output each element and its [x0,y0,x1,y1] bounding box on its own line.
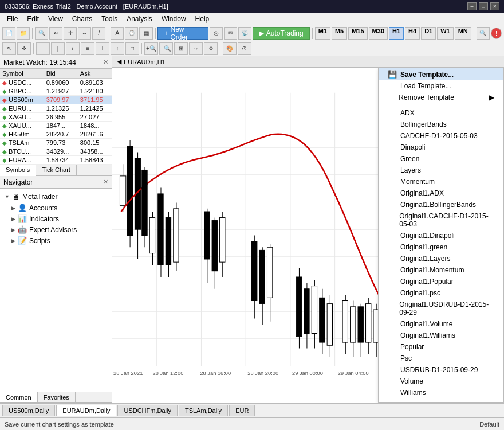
template-item[interactable]: Original1.Popular [379,276,503,287]
navigator-close[interactable]: ✕ [103,178,108,186]
template-item[interactable]: CADCHF-D1-2015-05-03 [379,130,503,142]
template-item[interactable]: USDRUB-D1-2015-09-29 [379,364,503,376]
minimize-button[interactable]: – [467,2,477,10]
load-template-item[interactable]: Load Template... [379,80,503,92]
tf-h4[interactable]: H4 [405,27,420,40]
nav-indicators[interactable]: ▶ 📊 Indicators [0,213,112,224]
new-chart-btn[interactable]: 📄 [2,27,15,40]
cursor-btn[interactable]: ↖ [2,42,16,55]
maximize-button[interactable]: □ [479,2,488,10]
scroll2-btn[interactable]: ↔ [189,42,203,55]
template-item[interactable]: Volume [379,376,503,387]
chart-canvas[interactable]: 28 Jan 2021 28 Jan 12:00 28 Jan 16:00 28… [112,68,504,403]
template-item[interactable]: Original1.CADCHF-D1-2015-05-03 [379,210,503,230]
crosshair-btn[interactable]: ✛ [64,27,77,40]
tf-mn[interactable]: MN [455,27,471,40]
color-btn[interactable]: 🎨 [223,42,237,55]
signals-btn[interactable]: 📡 [238,27,251,40]
fib-btn[interactable]: ≡ [81,42,94,55]
template-item[interactable]: Original1.Volume [379,318,503,330]
tf-m1[interactable]: M1 [315,27,330,40]
history-btn[interactable]: ◎ [210,27,223,40]
menu-tools[interactable]: Tools [97,14,122,24]
template-item[interactable]: Original1.Williams [379,330,503,341]
menu-charts[interactable]: Charts [68,14,97,24]
template-item[interactable]: BollingerBands [379,119,503,130]
tab-eur[interactable]: EUR [229,405,255,416]
template-item[interactable]: Williams [379,387,503,398]
market-watch-row[interactable]: ◆ GBPC... 1.21927 1.22180 [0,87,112,96]
tf-m5[interactable]: M5 [332,27,347,40]
template-item[interactable]: Original1.Dinapoli [379,230,503,241]
open-btn[interactable]: 📁 [17,27,30,40]
tf-d1[interactable]: D1 [421,27,436,40]
fit-btn[interactable]: ⊞ [174,42,188,55]
line-btn[interactable]: / [92,27,105,40]
tab-euraud-daily[interactable]: EURAUDm,Daily [56,405,116,416]
template-item[interactable]: Layers [379,165,503,176]
clock-btn[interactable]: ⏱ [238,42,251,55]
nav-metatrader[interactable]: ▼ 🖥 MetaTrader [0,191,112,202]
menu-view[interactable]: View [44,14,68,24]
market-watch-row[interactable]: ◆ TSLAm 799.73 800.15 [0,139,112,147]
template-item[interactable]: Original1.ADX [379,187,503,199]
menu-window[interactable]: Window [157,14,191,24]
zoom-in-btn[interactable]: 🔍 [35,27,48,40]
tab-us500m-daily[interactable]: US500m,Daily [2,405,55,416]
autotrading-button[interactable]: ▶ AutoTrading [253,27,310,40]
remove-template-item[interactable]: Remove Template ▶ [379,92,503,103]
tf-w1[interactable]: W1 [437,27,454,40]
template-item[interactable]: Original1.green [379,241,503,253]
mail-btn[interactable]: ✉ [224,27,237,40]
mw-tab-symbols[interactable]: Symbols [0,165,36,176]
market-watch-row[interactable]: ◆ USDC... 0.89060 0.89103 [0,79,112,87]
save-template-item[interactable]: 💾 Save Template... [379,68,503,80]
hline-btn[interactable]: — [36,42,50,55]
tpl-btn[interactable]: ▦ [139,27,152,40]
mw-tab-tickchart[interactable]: Tick Chart [36,165,77,175]
template-item[interactable]: Dinapoli [379,142,503,153]
rect-btn[interactable]: □ [125,42,139,55]
market-watch-row[interactable]: ◆ XAGU... 26.955 27.027 [0,113,112,122]
template-item[interactable]: Green [379,153,503,165]
nav-expert-advisors[interactable]: ▶ 🤖 Expert Advisors [0,224,112,235]
text-btn[interactable]: T [96,42,109,55]
menu-edit[interactable]: Edit [22,14,44,24]
menu-file[interactable]: File [2,14,22,24]
market-watch-row[interactable]: ◆ HK50m 28220.7 28261.6 [0,130,112,139]
nav-accounts[interactable]: ▶ 👤 Accounts [0,202,112,213]
market-watch-row[interactable]: ◆ BTCU... 34329... 34358... [0,147,112,156]
zoom-in2-btn[interactable]: +🔍 [144,42,158,55]
template-item[interactable]: Original1.Momentum [379,264,503,276]
template-item[interactable]: Original1.Layers [379,253,503,264]
tf-h1[interactable]: H1 [389,27,404,40]
nav-scripts[interactable]: ▶ 📝 Scripts [0,235,112,246]
tab-usdchf-daily[interactable]: USDCHFm,Daily [117,405,178,416]
zoom-out2-btn[interactable]: -🔍 [159,42,173,55]
template-item[interactable]: Original1.USDRUB-D1-2015-09-29 [379,299,503,318]
menu-help[interactable]: Help [191,14,214,24]
market-watch-close[interactable]: ✕ [103,58,108,66]
nav-tab-common[interactable]: Common [0,392,38,402]
zoom-out-btn[interactable]: ↩ [49,27,62,40]
market-watch-row[interactable]: ◆ XAUU... 1847... 1848... [0,122,112,130]
tf-m30[interactable]: M30 [369,27,388,40]
template-item[interactable]: Psc [379,353,503,364]
alert-btn[interactable]: ! [491,28,502,39]
tf-m15[interactable]: M15 [348,27,367,40]
tab-tslam-daily[interactable]: TSLAm,Daily [179,405,228,416]
template-item[interactable]: Original1.BollingerBands [379,199,503,210]
close-button[interactable]: ✕ [490,2,499,10]
template-item[interactable]: Original1.psc [379,287,503,299]
template-item[interactable]: Popular [379,341,503,353]
search-btn[interactable]: 🔍 [477,27,490,40]
menu-analysis[interactable]: Analysis [122,14,157,24]
template-item[interactable]: Momentum [379,176,503,187]
crosshair2-btn[interactable]: ✛ [17,42,31,55]
trendline-btn[interactable]: / [66,42,80,55]
arrow-btn[interactable]: ↑ [111,42,124,55]
vline-btn[interactable]: | [51,42,65,55]
market-watch-row[interactable]: ◆ EURU... 1.21325 1.21425 [0,104,112,113]
prop-btn[interactable]: ⚙ [204,42,218,55]
market-watch-row[interactable]: ◆ EURA... 1.58734 1.58843 [0,156,112,165]
